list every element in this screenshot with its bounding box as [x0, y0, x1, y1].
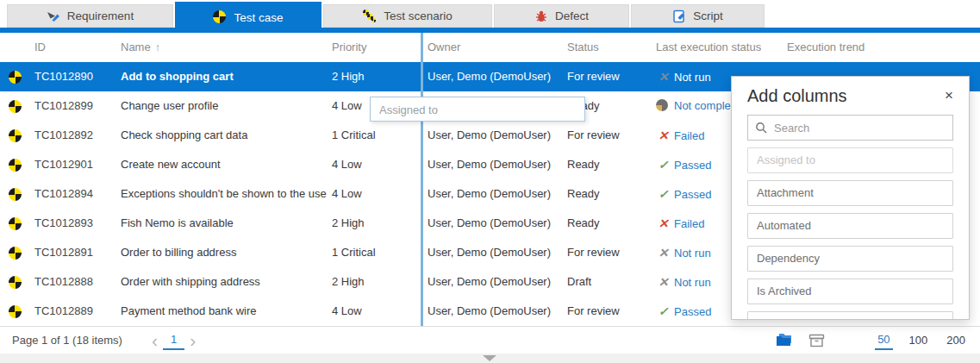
column-drag-ghost[interactable]: Assigned to	[370, 97, 585, 122]
prev-page-icon[interactable]: ‹	[147, 332, 163, 349]
failed-icon	[656, 209, 671, 238]
collapse-arrow-icon[interactable]	[483, 355, 496, 361]
column-item-attachment[interactable]: Attachment	[747, 180, 953, 206]
script-icon	[672, 9, 686, 23]
column-item-is-archived[interactable]: Is Archived	[747, 279, 953, 304]
page-summary: Page 1 of 1 (18 items)	[12, 334, 122, 347]
not-run-icon	[656, 267, 671, 297]
close-icon[interactable]: ×	[941, 85, 957, 106]
test-scenario-icon	[363, 9, 377, 23]
tab-requirement[interactable]: Requirement	[7, 4, 173, 28]
tab-label: Script	[693, 9, 723, 22]
tab-label: Test case	[234, 11, 283, 24]
test-case-icon	[213, 10, 227, 24]
header-icon-column	[0, 33, 29, 62]
tab-test-case[interactable]: Test case	[175, 2, 321, 33]
table-header: ID Name↑ Priority Owner Status Last exec…	[0, 33, 980, 62]
search-input[interactable]	[772, 121, 946, 135]
tab-label: Defect	[555, 9, 589, 22]
not-run-icon	[656, 238, 671, 267]
test-case-icon	[0, 238, 29, 267]
column-item-automated[interactable]: Automated	[747, 213, 953, 239]
test-case-icon	[0, 150, 29, 179]
bottom-splitter-strip[interactable]	[0, 354, 980, 363]
archive-box-icon[interactable]	[808, 334, 825, 347]
test-case-icon	[0, 62, 29, 91]
test-case-icon	[0, 179, 29, 209]
sort-asc-icon: ↑	[155, 41, 161, 53]
pagination-bar: Page 1 of 1 (18 items) ‹ 1 › 50 100 200	[0, 326, 980, 354]
header-priority[interactable]: Priority	[327, 33, 422, 62]
search-box[interactable]	[747, 115, 953, 141]
tab-script[interactable]: Script	[631, 4, 765, 28]
add-columns-panel: Add columns × Assigned to Attachment Aut…	[731, 76, 970, 320]
search-icon	[755, 122, 767, 134]
header-owner[interactable]: Owner	[422, 33, 562, 62]
header-last-execution-status[interactable]: Last execution status	[651, 33, 782, 62]
passed-icon	[656, 297, 671, 326]
passed-icon	[656, 179, 671, 209]
column-item-dependency[interactable]: Dependency	[747, 246, 953, 272]
tab-label: Requirement	[67, 9, 134, 22]
tab-label: Test scenario	[384, 9, 453, 22]
requirement-icon	[47, 9, 60, 23]
page-size-50[interactable]: 50	[875, 330, 892, 350]
not-run-icon	[656, 62, 671, 91]
test-management-app: { "tab_bar": { "tabs": [ {"label": "Requ…	[0, 0, 980, 363]
failed-icon	[656, 121, 671, 150]
next-page-icon[interactable]: ›	[184, 332, 201, 349]
header-status[interactable]: Status	[562, 33, 651, 62]
test-case-icon	[0, 267, 29, 297]
frozen-column-divider	[421, 33, 423, 326]
column-item-assigned-to[interactable]: Assigned to	[747, 147, 953, 173]
test-case-icon	[0, 121, 29, 150]
header-id[interactable]: ID	[29, 33, 115, 62]
test-case-icon	[0, 297, 29, 326]
folders-icon[interactable]	[776, 333, 795, 347]
tab-test-scenario[interactable]: Test scenario	[323, 4, 492, 28]
passed-icon	[656, 150, 671, 179]
column-item-clipped[interactable]: Last execution attachment	[747, 311, 953, 320]
page-size-200[interactable]: 200	[944, 331, 968, 349]
panel-title: Add columns	[747, 86, 941, 106]
header-name[interactable]: Name↑	[115, 33, 327, 62]
tab-defect[interactable]: Defect	[494, 4, 629, 28]
test-case-icon	[0, 209, 29, 238]
header-execution-trend[interactable]: Execution trend	[782, 33, 980, 62]
not-completed-icon	[656, 99, 668, 111]
tab-bar: Requirement Test case Test scenario Defe…	[0, 0, 980, 33]
test-case-icon	[0, 91, 29, 121]
current-page[interactable]: 1	[163, 330, 184, 350]
page-size-100[interactable]: 100	[907, 331, 931, 349]
defect-bug-icon	[534, 9, 548, 23]
